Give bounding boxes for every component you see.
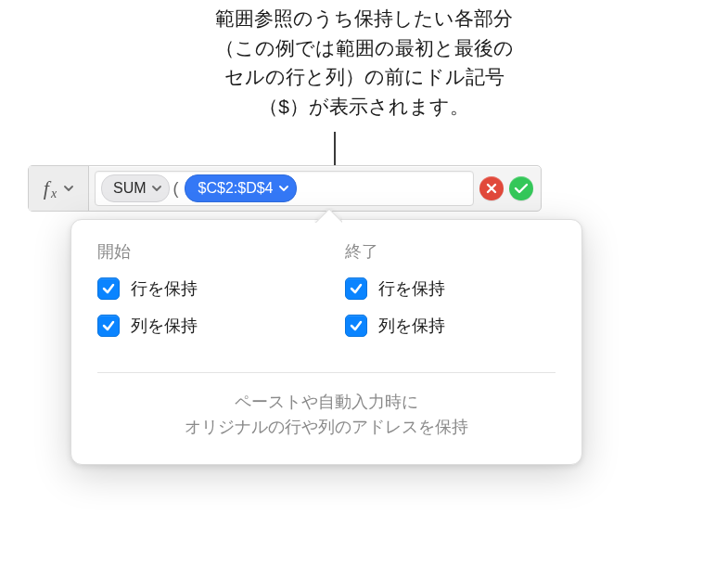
end-keep-col-label: 列を保持 [378, 315, 445, 337]
chevron-down-icon [152, 186, 161, 191]
end-column: 終了 行を保持 列を保持 [345, 240, 556, 352]
formula-editor-bar: fx SUM ( $C$2:$D$4 [28, 165, 542, 212]
callout-line: 範囲参照のうち保持したい各部分 [215, 7, 513, 29]
start-column: 開始 行を保持 列を保持 [97, 240, 308, 352]
footnote-line: ペーストや自動入力時に [235, 393, 418, 411]
function-token[interactable]: SUM [101, 174, 170, 202]
callout-line: （$）が表示されます。 [259, 96, 469, 117]
chevron-down-icon [279, 186, 288, 191]
callout-line: セルの行と列）の前にドル記号 [224, 66, 504, 87]
footnote-line: オリジナルの行や列のアドレスを保持 [185, 418, 468, 436]
formula-input[interactable]: SUM ( $C$2:$D$4 [95, 171, 474, 206]
start-keep-col-checkbox[interactable] [97, 315, 120, 337]
divider [97, 372, 556, 373]
fx-dropdown[interactable]: fx [29, 166, 89, 211]
end-keep-row-label: 行を保持 [378, 277, 445, 300]
callout-annotation: 範囲参照のうち保持したい各部分 （この例では範囲の最初と最後の セルの行と列）の… [165, 4, 564, 121]
end-title: 終了 [345, 240, 556, 263]
popover-arrow [314, 208, 342, 223]
open-paren: ( [173, 179, 179, 199]
range-reference-label: $C$2:$D$4 [198, 180, 274, 197]
start-keep-row-label: 行を保持 [131, 277, 198, 300]
callout-line: （この例では範囲の最初と最後の [215, 37, 514, 58]
range-reference-token[interactable]: $C$2:$D$4 [185, 174, 297, 202]
start-title: 開始 [97, 240, 308, 263]
start-keep-col-label: 列を保持 [131, 315, 198, 337]
cancel-button[interactable] [479, 176, 504, 200]
fx-icon: f [44, 178, 49, 199]
reference-options-popover: 開始 行を保持 列を保持 終了 [70, 219, 582, 465]
close-icon [485, 182, 498, 195]
end-keep-col-checkbox[interactable] [345, 315, 367, 337]
start-keep-row-checkbox[interactable] [97, 277, 120, 300]
confirm-button[interactable] [509, 176, 533, 200]
function-token-label: SUM [113, 180, 147, 197]
fx-icon-sub: x [51, 187, 57, 201]
end-keep-row-checkbox[interactable] [345, 277, 367, 300]
popover-footnote: ペーストや自動入力時に オリジナルの行や列のアドレスを保持 [97, 390, 556, 440]
chevron-down-icon [64, 186, 73, 191]
check-icon [514, 182, 529, 195]
